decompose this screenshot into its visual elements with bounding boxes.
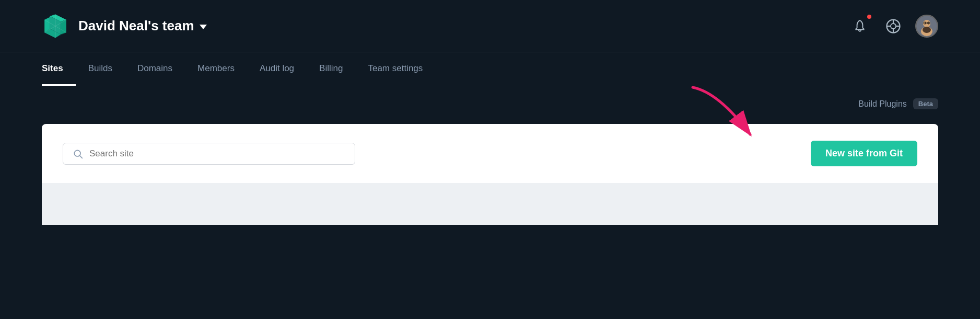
search-input[interactable] [89,149,345,159]
build-plugins-row: Build Plugins Beta [42,98,938,109]
notifications-button[interactable] [848,15,871,38]
header-right [848,15,938,38]
help-icon [885,18,901,34]
sites-panel: New site from Git [42,124,938,183]
svg-point-10 [891,24,896,29]
header: David Neal's team [0,0,980,52]
search-wrapper [63,143,355,165]
team-name-text: David Neal's team [78,18,194,34]
user-avatar[interactable] [915,15,938,38]
arrow-annotation [677,82,771,147]
nav-item-team-settings[interactable]: Team settings [355,52,435,86]
content-area: Build Plugins Beta New site from Git [0,86,980,225]
new-site-from-git-button[interactable]: New site from Git [811,141,917,166]
svg-point-16 [923,20,930,27]
svg-line-26 [80,155,83,158]
build-plugins-label: Build Plugins [858,99,907,109]
bell-icon [853,19,867,33]
netlify-logo[interactable] [42,13,69,40]
help-button[interactable] [882,15,905,38]
header-left: David Neal's team [42,13,207,40]
chevron-down-icon [200,25,207,29]
bottom-gray-panel [42,183,938,225]
nav-item-domains[interactable]: Domains [125,52,185,86]
team-name-dropdown[interactable]: David Neal's team [78,18,207,34]
nav-bar: Sites Builds Domains Members Audit log B… [0,52,980,86]
svg-point-19 [925,22,926,23]
nav-item-sites[interactable]: Sites [42,52,76,86]
avatar-icon [916,16,937,37]
beta-badge: Beta [913,98,938,109]
svg-point-18 [923,27,931,33]
nav-item-members[interactable]: Members [185,52,247,86]
search-icon [73,149,83,159]
nav-item-billing[interactable]: Billing [307,52,355,86]
svg-point-20 [928,22,929,23]
nav-item-audit-log[interactable]: Audit log [247,52,307,86]
notification-badge [866,14,872,20]
nav-item-builds[interactable]: Builds [76,52,125,86]
